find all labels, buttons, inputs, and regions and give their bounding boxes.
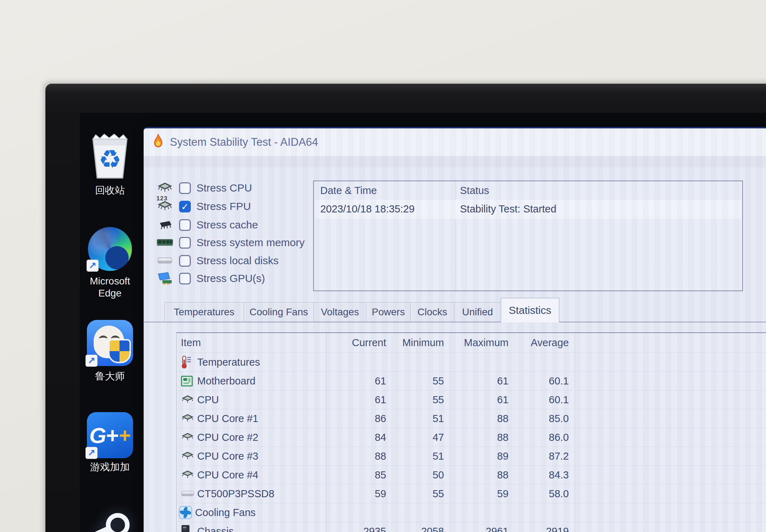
gamepp-logo-text: G+	[89, 423, 118, 448]
desktop-icon-microsoft-edge[interactable]: ↗ Microsoft Edge	[82, 227, 138, 299]
tab-label: Temperatures	[174, 306, 234, 318]
photo-of-monitor: ♻ 回收站 ↗ Microsoft Edge	[0, 0, 766, 532]
stress-cache-label: Stress cache	[196, 219, 258, 231]
tab-voltages[interactable]: Voltages	[313, 302, 366, 322]
tab-powers[interactable]: Powers	[366, 302, 411, 322]
tab-statistics[interactable]: Statistics	[501, 298, 559, 322]
cpu-chip-icon	[181, 395, 197, 404]
desktop-icon-steam[interactable]	[82, 509, 138, 532]
log-datetime-value: 2023/10/18 18:35:29	[320, 203, 415, 215]
stress-disks-checkbox[interactable]: ✓	[179, 255, 191, 267]
icon-label: 鲁大师	[82, 370, 138, 382]
table-header-row: Item Current Minimum Maximum Average	[177, 333, 766, 353]
shortcut-arrow-icon: ↗	[87, 260, 99, 272]
row-label: Chassis	[197, 526, 234, 532]
table-row[interactable]: Motherboard 61 55 61 60.1	[177, 372, 766, 390]
tab-cooling-fans[interactable]: Cooling Fans	[244, 302, 314, 322]
flame-icon	[151, 133, 165, 151]
cache-chip-icon	[156, 220, 174, 230]
motherboard-icon	[181, 375, 197, 387]
table-group-row[interactable]: Temperatures	[177, 353, 766, 372]
check-icon: ✓	[180, 202, 190, 211]
icon-label: 回收站	[82, 184, 138, 196]
titlebar-divider	[144, 156, 766, 167]
fpu-chip-icon: 123	[156, 201, 174, 212]
stress-disks-label: Stress local disks	[196, 255, 279, 267]
stress-cpu-label: Stress CPU	[196, 182, 252, 194]
cpu-chip-icon	[181, 414, 197, 423]
recycle-bin-icon: ♻	[89, 131, 131, 182]
ludashi-logo-icon: ↗	[87, 320, 133, 366]
tab-label: Powers	[372, 306, 405, 318]
stress-cpu-checkbox[interactable]: ✓	[179, 182, 191, 194]
tab-label: Statistics	[509, 304, 551, 316]
statistics-table: Item Current Minimum Maximum Average	[176, 332, 766, 532]
table-row[interactable]: Chassis 2935 2058 2961 2919	[177, 522, 766, 532]
stress-fpu-checkbox[interactable]: ✓	[179, 201, 191, 212]
stress-option-gpu[interactable]: ✓ Stress GPU(s)	[156, 271, 265, 286]
stress-option-fpu[interactable]: 123 ✓ Stress FPU	[156, 199, 251, 214]
row-label: CPU Core #3	[197, 450, 258, 462]
col-header-average[interactable]: Average	[515, 333, 575, 353]
memory-module-icon	[156, 238, 174, 247]
col-header-minimum[interactable]: Minimum	[392, 333, 450, 353]
desktop-icon-gamepp[interactable]: G+ + ↗ 游戏加加	[82, 412, 138, 473]
row-label: Motherboard	[197, 375, 255, 387]
col-header-current[interactable]: Current	[327, 333, 392, 353]
col-header-maximum[interactable]: Maximum	[450, 333, 515, 353]
stress-memory-label: Stress system memory	[196, 237, 305, 249]
gamepp-logo-icon: G+ + ↗	[87, 412, 133, 458]
desktop-icon-recycle-bin[interactable]: ♻ 回收站	[82, 131, 138, 196]
tab-temperatures[interactable]: Temperatures	[164, 302, 244, 322]
tab-label: Clocks	[417, 306, 447, 318]
steam-logo-icon	[85, 509, 135, 532]
table-row[interactable]: CPU Core #3 88 51 89 87.2	[177, 447, 766, 466]
tab-label: Voltages	[321, 306, 359, 318]
row-label: CPU Core #4	[197, 469, 258, 481]
icon-label: 游戏加加	[82, 461, 138, 473]
stress-gpu-label: Stress GPU(s)	[196, 272, 265, 284]
table-row[interactable]: CPU Core #4 85 50 88 84.3	[177, 466, 766, 484]
stress-fpu-label: Stress FPU	[196, 200, 251, 212]
tab-unified[interactable]: Unified	[454, 302, 501, 322]
log-header-datetime: Date & Time	[320, 185, 377, 196]
aida64-window: System Stability Test - AIDA64 ✓	[144, 127, 766, 532]
log-header-status: Status	[460, 185, 489, 196]
chassis-icon	[181, 525, 197, 532]
group-label: Cooling Fans	[195, 507, 256, 519]
row-label: CT500P3PSSD8	[197, 488, 274, 500]
tab-strip: Temperatures Cooling Fans Voltages Power…	[144, 300, 766, 322]
desktop-icon-ludashi[interactable]: ↗ 鲁大师	[82, 320, 138, 382]
table-group-row[interactable]: Cooling Fans	[177, 503, 766, 522]
titlebar[interactable]: System Stability Test - AIDA64	[144, 128, 766, 156]
log-status-value: Stability Test: Started	[460, 203, 556, 215]
table-row[interactable]: CT500P3PSSD8 59 55 59 58.0	[177, 484, 766, 503]
stress-option-disks[interactable]: ✓ Stress local disks	[156, 253, 279, 268]
tab-label: Unified	[462, 306, 493, 318]
screen: ♻ 回收站 ↗ Microsoft Edge	[80, 113, 766, 532]
tab-label: Cooling Fans	[250, 306, 308, 318]
hard-disk-icon	[156, 256, 174, 265]
stress-gpu-checkbox[interactable]: ✓	[179, 273, 191, 284]
gamepp-plus-text: +	[118, 423, 131, 447]
table-row[interactable]: CPU Core #2 84 47 88 86.0	[177, 428, 766, 447]
thermometer-icon	[181, 355, 197, 369]
fpu-123-badge: 123	[156, 195, 167, 202]
col-header-item[interactable]: Item	[177, 333, 327, 353]
stress-option-memory[interactable]: ✓ Stress system memory	[156, 235, 305, 250]
tab-clocks[interactable]: Clocks	[410, 302, 454, 322]
fan-icon	[179, 506, 195, 519]
stress-option-cpu[interactable]: ✓ Stress CPU	[156, 180, 252, 196]
group-label: Temperatures	[197, 356, 260, 368]
stress-memory-checkbox[interactable]: ✓	[179, 237, 191, 249]
shortcut-arrow-icon: ↗	[85, 447, 98, 459]
recycle-glyph: ♻	[99, 145, 122, 173]
table-row[interactable]: CPU 61 55 61 60.1	[177, 390, 766, 409]
cpu-chip-icon	[181, 470, 197, 480]
stress-option-cache[interactable]: ✓ Stress cache	[156, 217, 258, 233]
stress-cache-checkbox[interactable]: ✓	[179, 219, 191, 231]
row-label: CPU	[197, 394, 219, 406]
row-label: CPU Core #2	[197, 432, 258, 443]
table-row[interactable]: CPU Core #1 86 51 88 85.0	[177, 409, 766, 428]
desktop: ♻ 回收站 ↗ Microsoft Edge	[80, 113, 144, 532]
